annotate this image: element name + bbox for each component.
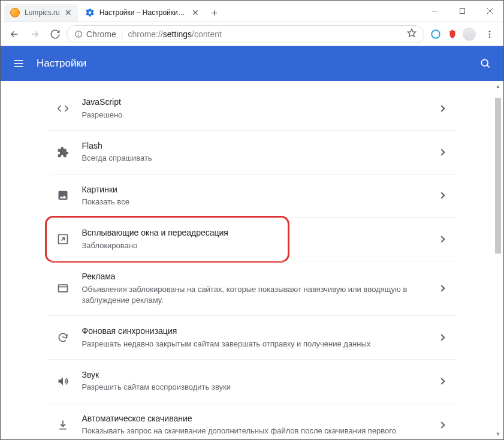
setting-subtitle: Всегда спрашивать [82, 153, 427, 164]
chevron-right-icon [438, 236, 445, 243]
new-tab-button[interactable]: + [206, 5, 223, 22]
browser-menu-button[interactable] [481, 25, 499, 43]
setting-subtitle: Заблокировано [82, 240, 427, 251]
setting-images[interactable]: Картинки Показать все [49, 174, 456, 218]
site-info-label: Chrome [86, 29, 116, 39]
setting-subtitle: Показывать запрос на скачивание дополнит… [82, 426, 427, 436]
forward-button[interactable] [26, 25, 44, 43]
setting-subtitle: Показать все [82, 197, 427, 207]
setting-title: Фоновая синхронизация [82, 326, 427, 337]
svg-point-11 [489, 36, 491, 38]
tab-settings[interactable]: Настройки – Настройки сайта ✕ [79, 4, 205, 22]
download-icon [56, 418, 70, 432]
extension-icon-1[interactable] [429, 28, 442, 41]
setting-title: Автоматическое скачивание [82, 413, 427, 425]
chevron-right-icon [438, 421, 445, 428]
settings-content: JavaScript Разрешено Flash Всегда спраши… [1, 81, 503, 439]
chevron-right-icon [438, 149, 445, 155]
setting-flash[interactable]: Flash Всегда спрашивать [49, 130, 456, 174]
back-button[interactable] [5, 25, 23, 43]
scrollbar-thumb[interactable] [495, 98, 501, 254]
chevron-right-icon [438, 192, 445, 199]
svg-point-15 [481, 59, 488, 66]
setting-title: Реклама [82, 271, 427, 283]
svg-rect-18 [58, 285, 67, 292]
settings-list: JavaScript Разрешено Flash Всегда спраши… [49, 81, 456, 439]
tab-close-icon[interactable]: ✕ [192, 8, 199, 17]
code-icon [56, 101, 70, 116]
tab-strip: Lumpics.ru ✕ Настройки – Настройки сайта… [1, 1, 421, 22]
svg-point-6 [79, 35, 79, 36]
menu-hamburger-icon[interactable] [11, 56, 26, 71]
address-bar[interactable]: Chrome | chrome://settings/content [67, 25, 424, 43]
browser-toolbar: Chrome | chrome://settings/content [1, 22, 503, 46]
tab-close-icon[interactable]: ✕ [65, 8, 72, 17]
svg-point-10 [489, 33, 491, 35]
setting-background-sync[interactable]: Фоновая синхронизация Разрешать недавно … [49, 315, 456, 359]
bookmark-star-icon[interactable] [407, 28, 417, 40]
setting-title: Всплывающие окна и переадресация [82, 227, 427, 239]
settings-header: Настройки [1, 46, 503, 81]
sound-icon [56, 374, 70, 388]
setting-title: JavaScript [82, 97, 427, 109]
extension-icons [427, 28, 478, 41]
svg-line-16 [487, 65, 490, 68]
svg-point-9 [489, 31, 491, 32]
settings-title: Настройки [37, 58, 86, 70]
setting-javascript[interactable]: JavaScript Разрешено [49, 87, 456, 130]
setting-auto-download[interactable]: Автоматическое скачивание Показывать зап… [49, 403, 456, 439]
tab-favicon-lumpics [10, 8, 20, 17]
sync-icon [56, 330, 70, 345]
window-controls [421, 1, 503, 22]
vertical-scrollbar[interactable]: ▲ ▼ [494, 82, 502, 438]
profile-avatar-icon[interactable] [463, 28, 476, 41]
url-text: chrome://settings/content [128, 29, 221, 39]
chevron-right-icon [438, 334, 445, 340]
chevron-right-icon [438, 378, 445, 384]
setting-title: Flash [82, 140, 427, 152]
tab-title: Lumpics.ru [25, 8, 60, 17]
setting-sound[interactable]: Звук Разрешить сайтам воспроизводить зву… [49, 359, 456, 403]
puzzle-icon [56, 145, 70, 159]
image-icon [56, 188, 70, 203]
chevron-right-icon [438, 105, 445, 111]
ads-icon [56, 281, 70, 296]
window-close-button[interactable] [476, 1, 503, 22]
scroll-down-arrow-icon[interactable]: ▼ [494, 430, 502, 438]
tab-title: Настройки – Настройки сайта [99, 8, 187, 17]
site-info-chip[interactable]: Chrome [74, 29, 116, 39]
search-icon[interactable] [478, 56, 493, 71]
window-titlebar: Lumpics.ru ✕ Настройки – Настройки сайта… [1, 1, 503, 22]
setting-subtitle: Разрешать недавно закрытым сайтам заверш… [82, 339, 427, 349]
chevron-right-icon [438, 285, 445, 291]
extension-icon-2[interactable] [446, 28, 459, 41]
popup-icon [56, 232, 70, 246]
tab-favicon-settings [85, 8, 95, 17]
setting-subtitle: Объявления заблокированы на сайтах, кото… [82, 284, 427, 306]
svg-point-8 [431, 30, 440, 38]
setting-subtitle: Разрешено [82, 110, 427, 120]
setting-subtitle: Разрешить сайтам воспроизводить звуки [82, 382, 427, 393]
setting-popups[interactable]: Всплывающие окна и переадресация Заблоки… [49, 217, 456, 261]
window-maximize-button[interactable] [448, 1, 476, 22]
setting-title: Звук [82, 369, 427, 381]
omnibox-separator: | [121, 29, 123, 39]
svg-rect-1 [460, 9, 464, 14]
window-minimize-button[interactable] [421, 1, 448, 22]
setting-title: Картинки [82, 184, 427, 196]
svg-marker-7 [408, 29, 415, 37]
setting-ads[interactable]: Реклама Объявления заблокированы на сайт… [49, 261, 456, 315]
reload-button[interactable] [46, 25, 64, 43]
tab-lumpics[interactable]: Lumpics.ru ✕ [4, 4, 78, 22]
